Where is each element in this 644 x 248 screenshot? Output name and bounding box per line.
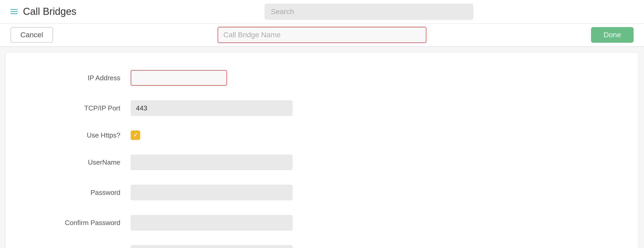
toolbar: Cancel Done [0,23,644,47]
confirm-password-label: Confirm Password [26,219,131,227]
ip-address-label: IP Address [26,74,131,82]
ip-address-row: IP Address [5,63,639,93]
username-label: UserName [26,158,131,166]
confirm-password-input[interactable] [131,215,293,231]
use-https-row: Use Https? ✓ [5,123,639,147]
search-input[interactable] [265,4,473,20]
cluster-priority-input[interactable] [131,245,293,248]
page-title: Call Bridges [23,6,76,17]
done-button[interactable]: Done [591,27,634,43]
header-left: Call Bridges [10,6,94,17]
tcpip-port-row: TCP/IP Port [5,93,639,123]
username-input[interactable] [131,154,293,170]
tcpip-port-input[interactable] [131,100,293,116]
use-https-label: Use Https? [26,131,131,139]
app-header: Call Bridges [0,0,644,23]
checkmark-icon: ✓ [133,132,138,139]
form-container: IP Address TCP/IP Port Use Https? ✓ User… [5,52,639,248]
search-container [104,4,634,20]
hamburger-icon[interactable] [10,9,18,14]
confirm-password-row: Confirm Password [5,208,639,238]
ip-address-input[interactable] [131,70,227,86]
use-https-checkbox-wrapper: ✓ [131,131,140,140]
password-label: Password [26,189,131,197]
password-input[interactable] [131,185,293,200]
password-row: Password [5,177,639,208]
cluster-priority-row: Cluster Priority [5,238,639,248]
ip-address-field-wrapper [131,70,227,86]
tcpip-port-label: TCP/IP Port [26,104,131,112]
username-row: UserName [5,147,639,177]
cancel-button[interactable]: Cancel [10,27,53,43]
use-https-checkbox[interactable]: ✓ [131,131,140,140]
call-bridge-name-input[interactable] [218,27,426,43]
